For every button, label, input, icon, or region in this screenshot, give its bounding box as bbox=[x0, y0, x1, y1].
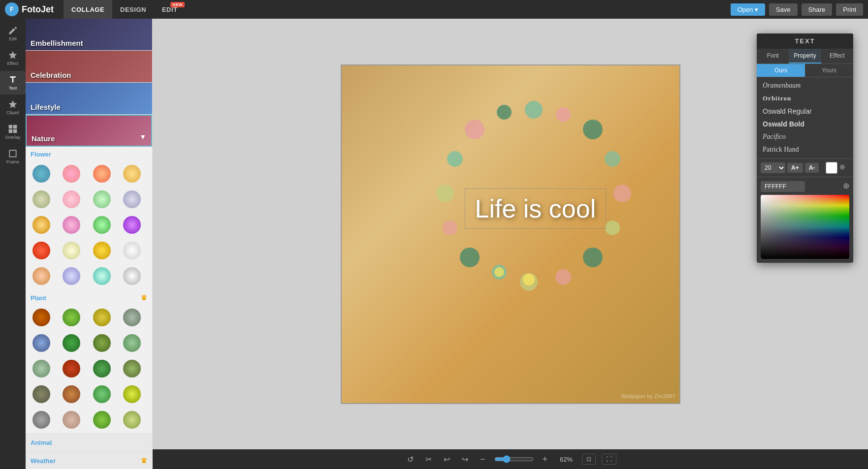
font-item-orbitron[interactable]: Orbitron bbox=[757, 92, 853, 105]
list-item[interactable] bbox=[120, 357, 144, 380]
canvas-wrapper[interactable]: Life is cool Wallpaper by Zim2687 TEXT F… bbox=[153, 19, 868, 449]
font-list[interactable]: Oramenbaum Orbitron Oswald Regular Oswal… bbox=[757, 77, 853, 158]
left-panel-scroll[interactable]: Embellishment Celebration Lifestyle Natu… bbox=[26, 19, 152, 469]
nav-collage[interactable]: COLLAGE bbox=[64, 0, 112, 19]
refresh-button[interactable]: ↺ bbox=[404, 453, 417, 466]
sidebar-item-edit[interactable]: Edit bbox=[0, 22, 26, 45]
font-item-pacifico[interactable]: Pacifico bbox=[757, 130, 853, 143]
list-item[interactable] bbox=[30, 331, 53, 355]
list-item[interactable] bbox=[60, 188, 83, 211]
list-item[interactable] bbox=[60, 264, 83, 288]
canvas-text-box[interactable]: Life is cool bbox=[465, 188, 607, 229]
fullscreen-button[interactable]: ⛶ bbox=[602, 454, 616, 465]
list-item[interactable] bbox=[90, 188, 114, 211]
list-item[interactable] bbox=[120, 306, 144, 329]
hex-input[interactable]: FFFFFF bbox=[761, 181, 805, 192]
category-celebration[interactable]: Celebration bbox=[26, 51, 152, 83]
list-item[interactable] bbox=[60, 306, 83, 329]
color-swatch[interactable] bbox=[826, 162, 837, 174]
tab-effect[interactable]: Effect bbox=[821, 49, 853, 63]
font-size-decrease[interactable]: A- bbox=[805, 163, 819, 173]
fit-button[interactable]: ⊡ bbox=[582, 454, 596, 465]
undo-button[interactable]: ↩ bbox=[441, 453, 453, 466]
print-button[interactable]: Print bbox=[836, 3, 863, 16]
svg-point-13 bbox=[447, 151, 463, 167]
list-item[interactable] bbox=[120, 331, 144, 355]
list-item[interactable] bbox=[60, 357, 83, 380]
list-item[interactable] bbox=[60, 331, 83, 355]
font-item-patrick-hand[interactable]: Patrick Hand bbox=[757, 143, 853, 156]
zoom-out-button[interactable]: − bbox=[477, 452, 488, 467]
crosshair-icon[interactable]: ⊕ bbox=[843, 181, 849, 190]
list-item[interactable] bbox=[120, 213, 144, 237]
nav-edit[interactable]: EDIT NEW bbox=[154, 0, 186, 19]
list-item[interactable] bbox=[30, 306, 53, 329]
tab-property[interactable]: Property bbox=[789, 49, 821, 63]
font-item-oswald-regular[interactable]: Oswald Regular bbox=[757, 105, 853, 118]
tab-font[interactable]: Font bbox=[757, 49, 789, 63]
list-item[interactable] bbox=[90, 239, 114, 262]
font-item-oramenbaum[interactable]: Oramenbaum bbox=[757, 79, 853, 92]
list-item[interactable] bbox=[60, 382, 83, 406]
crop-button[interactable]: ✂ bbox=[422, 453, 435, 466]
list-item[interactable] bbox=[120, 264, 144, 288]
sidebar-item-text[interactable]: Text bbox=[0, 71, 26, 94]
weather-header[interactable]: Weather ♛ bbox=[26, 451, 152, 469]
list-item[interactable] bbox=[90, 162, 114, 186]
list-item[interactable] bbox=[60, 239, 83, 262]
list-item[interactable] bbox=[30, 357, 53, 380]
list-item[interactable] bbox=[90, 306, 114, 329]
text-panel: TEXT Font Property Effect Ours Yours Ora… bbox=[757, 33, 853, 263]
nav-design[interactable]: DESIGN bbox=[112, 0, 154, 19]
list-item[interactable] bbox=[30, 382, 53, 406]
toggle-yours[interactable]: Yours bbox=[805, 64, 853, 77]
list-item[interactable] bbox=[30, 188, 53, 211]
plant-crown-icon: ♛ bbox=[141, 294, 147, 302]
zoom-in-button[interactable]: + bbox=[540, 452, 551, 467]
category-lifestyle[interactable]: Lifestyle bbox=[26, 83, 152, 115]
list-item[interactable] bbox=[120, 408, 144, 432]
save-button[interactable]: Save bbox=[769, 3, 798, 16]
font-item-oswald-bold[interactable]: Oswald Bold bbox=[757, 118, 853, 130]
sidebar-item-overlay[interactable]: Overlay bbox=[0, 120, 26, 144]
sidebar-item-effect[interactable]: Effect bbox=[0, 46, 26, 70]
sidebar-item-clipart[interactable]: Clipart bbox=[0, 95, 26, 119]
list-item[interactable] bbox=[120, 162, 144, 186]
list-item[interactable] bbox=[60, 213, 83, 237]
list-item[interactable] bbox=[30, 264, 53, 288]
category-embellishment[interactable]: Embellishment bbox=[26, 19, 152, 51]
toggle-ours[interactable]: Ours bbox=[757, 64, 805, 77]
list-item[interactable] bbox=[90, 331, 114, 355]
list-item[interactable] bbox=[30, 239, 53, 262]
category-nature[interactable]: Nature ▼ bbox=[26, 115, 152, 147]
list-item[interactable] bbox=[120, 188, 144, 211]
svg-point-6 bbox=[583, 248, 603, 267]
list-item[interactable] bbox=[30, 408, 53, 432]
list-item[interactable] bbox=[90, 382, 114, 406]
redo-button[interactable]: ↪ bbox=[459, 453, 471, 466]
open-button[interactable]: Open ▾ bbox=[731, 3, 765, 16]
left-icon-sidebar: Edit Effect Text Clipart Overlay Frame bbox=[0, 19, 26, 469]
list-item[interactable] bbox=[30, 213, 53, 237]
list-item[interactable] bbox=[60, 162, 83, 186]
list-item[interactable] bbox=[120, 239, 144, 262]
zoom-slider[interactable] bbox=[494, 455, 534, 463]
list-item[interactable] bbox=[60, 408, 83, 432]
list-item[interactable] bbox=[90, 357, 114, 380]
font-item-permanent-marker[interactable]: Permanent Marker bbox=[757, 156, 853, 158]
font-size-increase[interactable]: A+ bbox=[787, 163, 803, 173]
flower-grid bbox=[26, 160, 152, 290]
sidebar-item-frame[interactable]: Frame bbox=[0, 145, 26, 168]
canvas-image: Life is cool Wallpaper by Zim2687 bbox=[341, 64, 680, 404]
share-button[interactable]: Share bbox=[802, 3, 833, 16]
color-picker-icon[interactable]: ⊕ bbox=[839, 163, 849, 173]
list-item[interactable] bbox=[90, 213, 114, 237]
color-gradient[interactable] bbox=[761, 195, 849, 259]
list-item[interactable] bbox=[90, 264, 114, 288]
list-item[interactable] bbox=[30, 162, 53, 186]
list-item[interactable] bbox=[120, 382, 144, 406]
animal-header[interactable]: Animal bbox=[26, 434, 152, 451]
main-layout: Edit Effect Text Clipart Overlay Frame E… bbox=[0, 19, 868, 469]
list-item[interactable] bbox=[90, 408, 114, 432]
font-size-select[interactable]: 20 24 28 32 bbox=[761, 162, 785, 173]
